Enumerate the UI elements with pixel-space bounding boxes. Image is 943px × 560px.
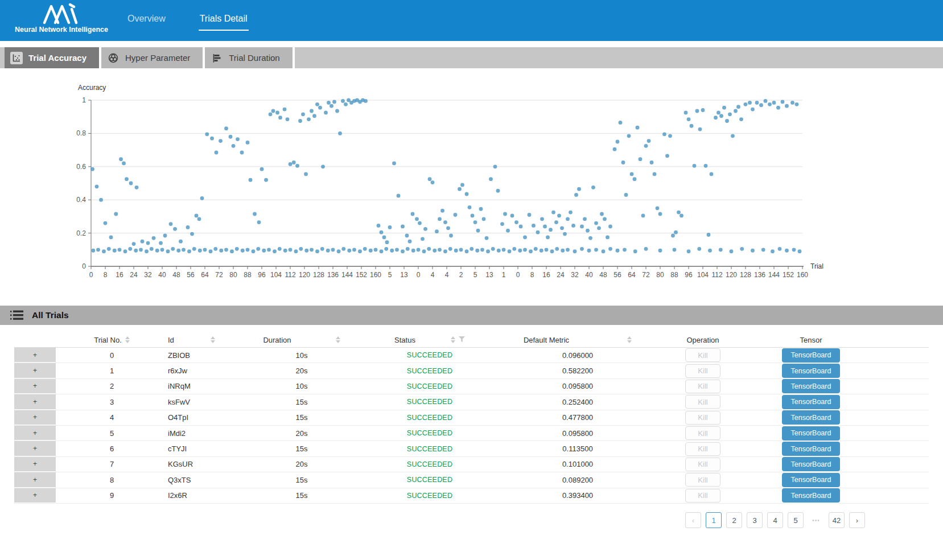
header-label: Tensor [800,336,822,344]
sort-icon[interactable] [336,336,340,344]
header-trial-no[interactable]: Trial No. [56,332,168,347]
tab-trials-detail[interactable]: Trials Detail [199,10,249,31]
x-tick-label: 5 [473,271,477,279]
pagination-page-5[interactable]: 5 [788,512,804,528]
kill-button[interactable]: Kill [685,411,720,425]
scatter-point [719,248,723,252]
scatter-point [182,248,186,252]
x-tick-label: 120 [299,271,310,279]
cell-tensor: TensorBoard [746,363,876,378]
tab-trial-accuracy[interactable]: Trial Accuracy [5,47,101,68]
pagination-next[interactable]: › [849,512,865,528]
scatter-point [382,236,386,240]
pagination-page-1[interactable]: 1 [706,512,722,528]
kill-button[interactable]: Kill [685,348,720,362]
scatter-point [608,247,612,251]
scatter-point [249,178,253,182]
row-expander-button[interactable]: + [14,363,56,378]
scatter-point [240,151,244,155]
header-default-metric[interactable]: Default Metric [495,332,660,347]
accuracy-scatter-chart: Accuracy10.80.60.40.20081624324048566472… [0,73,943,300]
tensorboard-button[interactable]: TensorBoard [782,473,840,487]
cell-duration: 15s [239,410,364,425]
scatter-point [443,220,447,224]
cell-tensor: TensorBoard [746,394,876,409]
tensorboard-button[interactable]: TensorBoard [782,348,840,363]
sort-icon[interactable] [627,336,632,344]
scatter-point [114,212,118,216]
row-expander-button[interactable]: + [14,379,56,394]
tensorboard-button[interactable]: TensorBoard [782,488,840,503]
pagination-page-42[interactable]: 42 [829,512,845,528]
scatter-point [388,225,392,229]
scatter-point [304,172,308,176]
row-expander-button[interactable]: + [14,426,56,440]
scatter-point [324,111,328,115]
x-tick-label: 56 [613,271,621,279]
header-operation: Operation [660,332,746,347]
pagination-prev[interactable]: ‹ [685,512,701,528]
tensorboard-button[interactable]: TensorBoard [782,457,840,471]
pagination-page-4[interactable]: 4 [767,512,783,528]
sort-icon[interactable] [211,336,215,344]
scatter-point [476,229,480,233]
tab-hyper-parameter[interactable]: Hyper Parameter [101,47,205,68]
header-id[interactable]: Id [168,332,239,347]
kill-button[interactable]: Kill [685,380,720,393]
header-status[interactable]: Status [364,332,495,347]
scatter-point [600,212,604,216]
cell-default-metric: 0.582200 [495,363,660,378]
y-tick-label: 0.6 [76,163,86,171]
cell-trial-no: 6 [56,441,168,456]
scatter-point [195,214,199,218]
row-expander-button[interactable]: + [14,472,56,487]
tensorboard-button[interactable]: TensorBoard [782,442,840,456]
scatter-point [677,211,681,215]
scatter-point [374,248,378,252]
kill-button[interactable]: Kill [685,395,720,409]
x-tick-label: 8 [530,271,534,279]
pagination-page-3[interactable]: 3 [747,512,763,528]
kill-button[interactable]: Kill [685,426,720,440]
scatter-point [275,111,279,115]
sort-icon[interactable] [125,336,130,344]
kill-button[interactable]: Kill [685,458,720,471]
x-tick-label: 104 [270,271,282,279]
row-expander-button[interactable]: + [14,488,56,503]
row-expander-button[interactable]: + [14,394,56,409]
row-expander-button[interactable]: + [14,348,56,363]
filter-icon[interactable] [459,336,465,344]
scatter-point [471,214,475,218]
scatter-point [209,249,213,253]
kill-button[interactable]: Kill [685,489,720,503]
tensorboard-button[interactable]: TensorBoard [782,426,840,440]
x-tick-label: 0 [417,271,421,279]
x-axis-title: Trial [810,262,823,270]
kill-button[interactable]: Kill [685,442,720,456]
row-expander-button[interactable]: + [14,410,56,425]
scatter-point [128,247,132,251]
row-expander-button[interactable]: + [14,457,56,472]
sort-icon[interactable] [451,336,455,344]
pagination-page-2[interactable]: 2 [726,512,742,528]
x-tick-label: 32 [571,271,579,279]
tensorboard-button[interactable]: TensorBoard [782,395,840,409]
scatter-point [506,229,510,233]
row-expander-button[interactable]: + [14,441,56,456]
scatter-point [465,192,469,196]
tensorboard-button[interactable]: TensorBoard [782,379,840,393]
scatter-point [246,141,250,145]
kill-button[interactable]: Kill [685,364,720,378]
view-tab-strip: Trial Accuracy Hyper Parameter Trial Dur… [0,47,943,68]
tab-trial-duration[interactable]: Trial Duration [205,47,294,68]
kill-button[interactable]: Kill [685,473,720,487]
cell-status: SUCCEEDED [364,394,495,409]
scatter-point [119,157,123,161]
tensorboard-button[interactable]: TensorBoard [782,410,840,425]
tensorboard-button[interactable]: TensorBoard [782,364,840,378]
cell-default-metric: 0.096000 [495,348,660,363]
tab-overview[interactable]: Overview [126,10,167,31]
pagination-ellipsis[interactable]: ••• [808,512,824,528]
header-label: Operation [686,336,719,344]
header-duration[interactable]: Duration [239,332,364,347]
